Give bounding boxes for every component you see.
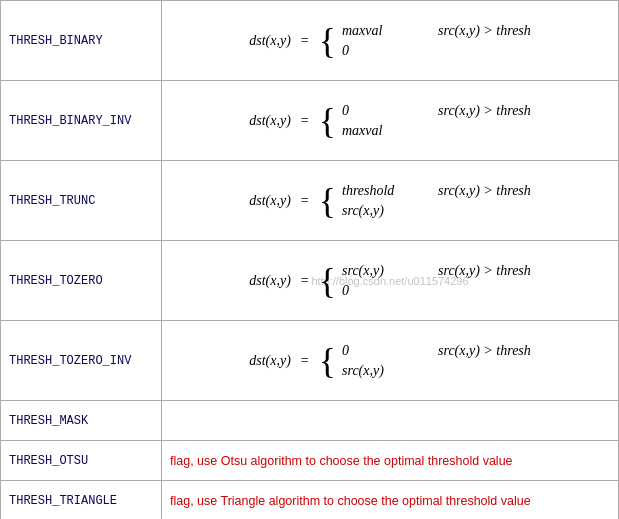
brace-system: { threshold src(x,y) > thresh src(x,y) bbox=[319, 183, 531, 219]
formula-cell: dst(x,y) = { 0 src(x,y) > thresh src(x,y… bbox=[162, 333, 618, 389]
brace-symbol: { bbox=[319, 103, 336, 139]
thresh-name: THRESH_TRUNC bbox=[1, 184, 161, 218]
row-thresh-binary: THRESH_BINARY dst(x,y) = { maxval src(x,… bbox=[1, 1, 618, 81]
formula-cell: dst(x,y) = { threshold src(x,y) > thresh… bbox=[162, 173, 618, 229]
cases-container: src(x,y) src(x,y) > thresh 0 bbox=[342, 263, 531, 299]
thresh-description: flag, use Otsu algorithm to choose the o… bbox=[162, 446, 618, 476]
case-value: src(x,y) bbox=[342, 203, 422, 219]
brace-symbol: { bbox=[319, 23, 336, 59]
thresh-name: THRESH_TOZERO_INV bbox=[1, 344, 161, 378]
case-condition: src(x,y) > thresh bbox=[438, 23, 531, 39]
brace-system: { 0 src(x,y) > thresh src(x,y) bbox=[319, 343, 531, 379]
row-thresh-triangle: THRESH_TRIANGLE flag, use Triangle algor… bbox=[1, 481, 618, 519]
cases-container: threshold src(x,y) > thresh src(x,y) bbox=[342, 183, 531, 219]
case-value: maxval bbox=[342, 23, 422, 39]
case-condition: src(x,y) > thresh bbox=[438, 103, 531, 119]
cases-container: 0 src(x,y) > thresh maxval bbox=[342, 103, 531, 139]
row-thresh-trunc: THRESH_TRUNC dst(x,y) = { threshold src(… bbox=[1, 161, 618, 241]
thresh-name: THRESH_BINARY_INV bbox=[1, 104, 161, 138]
thresh-description: flag, use Triangle algorithm to choose t… bbox=[162, 486, 618, 516]
case-value: maxval bbox=[342, 123, 422, 139]
brace-system: { src(x,y) src(x,y) > thresh 0 bbox=[319, 263, 531, 299]
math-formula: dst(x,y) = { src(x,y) src(x,y) > thresh … bbox=[249, 263, 531, 299]
case-row: 0 bbox=[342, 283, 531, 299]
case-value: src(x,y) bbox=[342, 363, 422, 379]
cases-container: maxval src(x,y) > thresh 0 bbox=[342, 23, 531, 59]
thresh-name: THRESH_OTSU bbox=[1, 444, 161, 478]
case-row: 0 src(x,y) > thresh bbox=[342, 343, 531, 359]
case-condition: src(x,y) > thresh bbox=[438, 263, 531, 279]
case-condition: src(x,y) > thresh bbox=[438, 183, 531, 199]
case-row: threshold src(x,y) > thresh bbox=[342, 183, 531, 199]
case-row: src(x,y) src(x,y) > thresh bbox=[342, 263, 531, 279]
case-value: src(x,y) bbox=[342, 263, 422, 279]
case-row: src(x,y) bbox=[342, 203, 531, 219]
case-value: 0 bbox=[342, 283, 422, 299]
math-formula: dst(x,y) = { threshold src(x,y) > thresh… bbox=[249, 183, 531, 219]
brace-symbol: { bbox=[319, 183, 336, 219]
row-thresh-tozero: THRESH_TOZERO http://blog.csdn.net/u0115… bbox=[1, 241, 618, 321]
brace-system: { maxval src(x,y) > thresh 0 bbox=[319, 23, 531, 59]
case-value: 0 bbox=[342, 43, 422, 59]
math-formula: dst(x,y) = { 0 src(x,y) > thresh src(x,y… bbox=[249, 343, 531, 379]
thresh-name: THRESH_MASK bbox=[1, 404, 161, 438]
case-value: threshold bbox=[342, 183, 422, 199]
cases-container: 0 src(x,y) > thresh src(x,y) bbox=[342, 343, 531, 379]
math-formula: dst(x,y) = { maxval src(x,y) > thresh 0 bbox=[249, 23, 531, 59]
case-row: maxval src(x,y) > thresh bbox=[342, 23, 531, 39]
thresh-name: THRESH_TRIANGLE bbox=[1, 484, 161, 518]
case-row: 0 src(x,y) > thresh bbox=[342, 103, 531, 119]
math-formula: dst(x,y) = { 0 src(x,y) > thresh maxval bbox=[249, 103, 531, 139]
case-value: 0 bbox=[342, 343, 422, 359]
row-thresh-otsu: THRESH_OTSU flag, use Otsu algorithm to … bbox=[1, 441, 618, 481]
formula-cell bbox=[162, 411, 618, 431]
thresh-name: THRESH_BINARY bbox=[1, 24, 161, 58]
case-row: maxval bbox=[342, 123, 531, 139]
thresh-name: THRESH_TOZERO bbox=[1, 264, 161, 298]
row-thresh-mask: THRESH_MASK bbox=[1, 401, 618, 441]
row-thresh-binary-inv: THRESH_BINARY_INV dst(x,y) = { 0 src(x,y… bbox=[1, 81, 618, 161]
brace-symbol: { bbox=[319, 343, 336, 379]
case-row: src(x,y) bbox=[342, 363, 531, 379]
formula-cell: http://blog.csdn.net/u011574296 dst(x,y)… bbox=[162, 253, 618, 309]
case-row: 0 bbox=[342, 43, 531, 59]
formula-cell: dst(x,y) = { 0 src(x,y) > thresh maxval bbox=[162, 93, 618, 149]
threshold-table: THRESH_BINARY dst(x,y) = { maxval src(x,… bbox=[0, 0, 619, 519]
brace-symbol: { bbox=[319, 263, 336, 299]
brace-system: { 0 src(x,y) > thresh maxval bbox=[319, 103, 531, 139]
case-value: 0 bbox=[342, 103, 422, 119]
row-thresh-tozero-inv: THRESH_TOZERO_INV dst(x,y) = { 0 src(x,y… bbox=[1, 321, 618, 401]
case-condition: src(x,y) > thresh bbox=[438, 343, 531, 359]
formula-cell: dst(x,y) = { maxval src(x,y) > thresh 0 bbox=[162, 13, 618, 69]
